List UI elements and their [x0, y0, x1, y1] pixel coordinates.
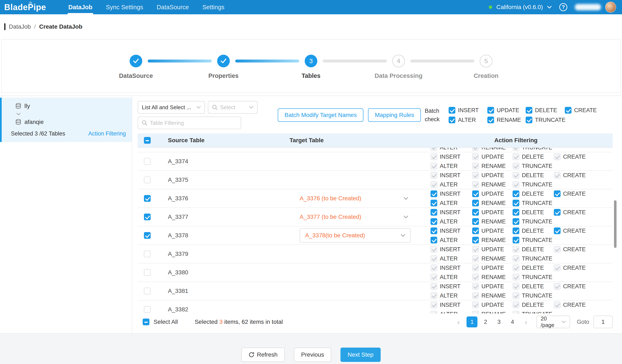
- batch-checkbox-delete[interactable]: DELETE: [526, 107, 565, 114]
- row-checkbox[interactable]: [144, 213, 151, 220]
- checkbox-label: DELETE: [522, 191, 544, 197]
- action-checkbox[interactable]: [472, 209, 479, 216]
- checkbox-checked-icon[interactable]: [449, 116, 455, 123]
- action-checkbox[interactable]: [554, 228, 561, 234]
- row-checkbox[interactable]: [144, 232, 151, 239]
- target-table-name[interactable]: A_3377 (to be Created): [300, 213, 361, 220]
- batch-checkbox-rename[interactable]: RENAME: [487, 116, 526, 123]
- region-version-selector[interactable]: California (v0.6.0): [496, 4, 543, 11]
- batch-checkbox-truncate[interactable]: TRUNCATE: [526, 116, 565, 123]
- target-table-select[interactable]: A_3377 (to be Created): [290, 213, 419, 220]
- page-button-3[interactable]: 3: [493, 316, 504, 327]
- target-table-select[interactable]: A_3378(to be Created): [300, 228, 411, 243]
- row-checkbox[interactable]: [144, 306, 151, 313]
- target-table-name[interactable]: A_3376 (to be Created): [300, 195, 361, 202]
- action-checkbox-create: CREATE: [554, 301, 613, 309]
- action-checkbox[interactable]: [513, 200, 519, 206]
- action-checkbox[interactable]: [430, 237, 437, 243]
- refresh-button[interactable]: Refresh: [241, 347, 285, 362]
- checkbox-checked-icon[interactable]: [487, 116, 494, 123]
- action-checkbox: [472, 311, 479, 313]
- checkbox-checked-icon[interactable]: [449, 107, 455, 114]
- row-checkbox[interactable]: [144, 158, 151, 165]
- page-button-2[interactable]: 2: [480, 316, 491, 327]
- row-checkbox[interactable]: [144, 195, 151, 202]
- step-tables: 3 Tables: [305, 55, 317, 67]
- action-checkbox[interactable]: [513, 209, 519, 216]
- row-checkbox[interactable]: [144, 269, 151, 276]
- navbar-right: California (v0.6.0) ?: [489, 0, 616, 14]
- tables-toolbar: List All and Select ... Select: [138, 101, 613, 129]
- checkbox-checked-icon[interactable]: [487, 107, 494, 114]
- chevron-down-icon[interactable]: [547, 6, 552, 9]
- checkbox-label: ALTER: [440, 292, 458, 299]
- batch-checkbox-insert[interactable]: INSERT: [449, 107, 487, 114]
- row-checkbox[interactable]: [144, 250, 151, 257]
- nav-item-datajob[interactable]: DataJob: [63, 0, 98, 14]
- target-table-select[interactable]: A_3376 (to be Created): [290, 195, 419, 202]
- breadcrumb-section[interactable]: DataJob: [9, 23, 31, 30]
- action-filtering-link[interactable]: Action Filtering: [88, 131, 126, 137]
- avatar[interactable]: [605, 2, 616, 13]
- action-checkbox[interactable]: [513, 218, 519, 225]
- previous-button[interactable]: Previous: [294, 347, 331, 362]
- action-checkbox: [430, 311, 437, 313]
- batch-checkbox-update[interactable]: UPDATE: [487, 107, 526, 114]
- checkbox-label: RENAME: [482, 148, 506, 151]
- action-checkbox[interactable]: [430, 200, 437, 206]
- page-button-1[interactable]: 1: [466, 316, 477, 327]
- target-table-name[interactable]: A_3378(to be Created): [305, 232, 365, 239]
- nav-item-settings[interactable]: Settings: [197, 0, 230, 14]
- action-checkbox: [513, 265, 519, 271]
- goto-page-input[interactable]: [593, 316, 613, 328]
- row-checkbox[interactable]: [144, 288, 151, 294]
- next-page-button[interactable]: ›: [520, 316, 531, 327]
- page-size-select[interactable]: 20 /page: [536, 316, 570, 328]
- action-checkbox[interactable]: [472, 218, 479, 225]
- brand-logo[interactable]: BladePipe: [4, 0, 46, 14]
- nav-item-datasource[interactable]: DataSource: [151, 0, 194, 14]
- help-icon[interactable]: ?: [559, 3, 567, 11]
- checkbox-label: RENAME: [482, 200, 506, 206]
- action-checkbox[interactable]: [472, 200, 479, 206]
- table-filter-input[interactable]: [150, 120, 237, 126]
- username-blurred[interactable]: [575, 4, 601, 10]
- nav-item-sync-settings[interactable]: Sync Settings: [100, 0, 149, 14]
- action-checkbox[interactable]: [472, 237, 479, 243]
- select-all-header-checkbox[interactable]: [144, 137, 151, 144]
- action-checkbox-insert: INSERT: [430, 282, 472, 290]
- action-checkbox[interactable]: [513, 237, 519, 243]
- prev-page-button[interactable]: ‹: [453, 316, 464, 327]
- refresh-button-label: Refresh: [257, 351, 277, 358]
- checkbox-checked-icon[interactable]: [526, 107, 532, 114]
- action-checkbox[interactable]: [513, 191, 519, 197]
- page-button-4[interactable]: 4: [507, 316, 518, 327]
- breadcrumb-accent-bar: [4, 23, 5, 30]
- action-checkbox[interactable]: [554, 191, 561, 197]
- action-checkbox[interactable]: [430, 228, 437, 234]
- action-checkbox-create: CREATE: [554, 245, 613, 253]
- batch-checkbox-create[interactable]: CREATE: [565, 107, 597, 114]
- action-checkbox[interactable]: [430, 209, 437, 216]
- vertical-scrollbar-thumb[interactable]: [614, 200, 617, 248]
- mapping-rules-button[interactable]: Mapping Rules: [368, 108, 421, 122]
- action-checkbox[interactable]: [472, 228, 479, 234]
- step-properties: Properties: [217, 55, 230, 67]
- action-checkbox[interactable]: [554, 209, 561, 216]
- batch-checkbox-alter[interactable]: ALTER: [449, 116, 487, 123]
- row-checkbox[interactable]: [144, 176, 151, 183]
- database-pair-item[interactable]: lly afanqie Selected 3 /62 Tables Action…: [0, 98, 132, 142]
- action-checkbox[interactable]: [513, 228, 519, 234]
- batch-modify-target-names-button[interactable]: Batch Modify Target Names: [278, 108, 363, 122]
- checkbox-checked-icon[interactable]: [526, 116, 532, 123]
- checkbox-checked-icon[interactable]: [565, 107, 571, 114]
- secondary-select[interactable]: Select: [208, 101, 257, 114]
- action-checkbox[interactable]: [430, 218, 437, 225]
- database-icon: [15, 119, 21, 125]
- action-checkbox[interactable]: [472, 191, 479, 197]
- checkbox-label: DELETE: [535, 107, 557, 114]
- select-all-footer-checkbox[interactable]: [143, 319, 149, 325]
- action-checkbox[interactable]: [430, 191, 437, 197]
- next-step-button[interactable]: Next Step: [340, 347, 381, 362]
- list-mode-select[interactable]: List All and Select ...: [138, 101, 205, 114]
